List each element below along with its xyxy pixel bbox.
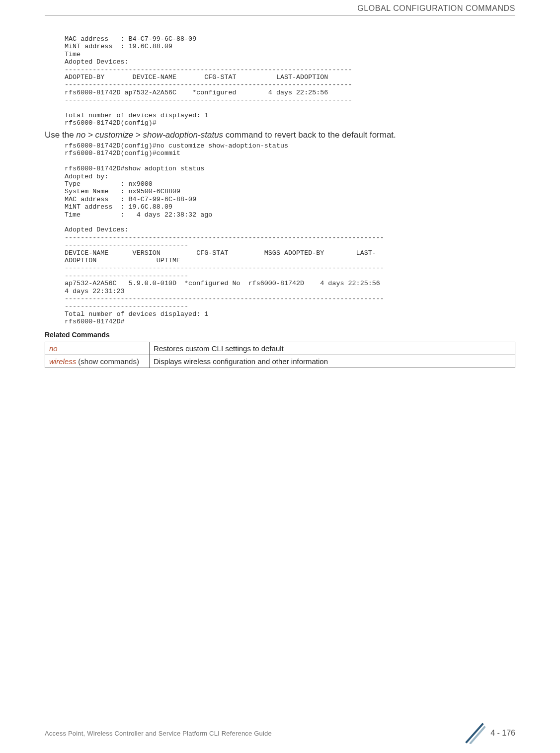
related-key-italic: no bbox=[49, 344, 58, 353]
related-commands-label: Related Commands bbox=[45, 331, 515, 339]
slash-icon bbox=[464, 722, 485, 744]
related-commands-table: no Restores custom CLI settings to defau… bbox=[45, 342, 515, 368]
page-number: 4 - 176 bbox=[490, 729, 515, 738]
narrative-prefix: Use the bbox=[45, 130, 76, 140]
table-row: wireless (show commands) Displays wirele… bbox=[45, 355, 515, 368]
page-header: GLOBAL CONFIGURATION COMMANDS bbox=[45, 0, 515, 15]
table-row: no Restores custom CLI settings to defau… bbox=[45, 342, 515, 355]
related-key: wireless (show commands) bbox=[45, 355, 150, 368]
page: GLOBAL CONFIGURATION COMMANDS MAC addres… bbox=[0, 0, 560, 753]
related-key: no bbox=[45, 342, 150, 355]
terminal-output-2: rfs6000-81742D(config)#no customize show… bbox=[65, 142, 515, 326]
related-desc: Displays wireless configuration and othe… bbox=[150, 355, 515, 368]
page-number-box: 4 - 176 bbox=[464, 722, 515, 744]
footer-text: Access Point, Wireless Controller and Se… bbox=[45, 730, 272, 737]
header-rule bbox=[45, 15, 515, 15]
related-key-italic: wireless bbox=[49, 357, 76, 366]
page-footer: Access Point, Wireless Controller and Se… bbox=[0, 722, 560, 744]
related-key-plain: (show commands) bbox=[76, 357, 139, 366]
narrative-suffix: command to revert back to the default fo… bbox=[223, 130, 396, 140]
related-desc: Restores custom CLI settings to default bbox=[150, 342, 515, 355]
narrative-command: no > customize > show-adoption-status bbox=[76, 130, 223, 140]
footer-inner: Access Point, Wireless Controller and Se… bbox=[45, 722, 515, 744]
terminal-output-1: MAC address : B4-C7-99-6C-88-09 MiNT add… bbox=[65, 35, 515, 127]
narrative-line: Use the no > customize > show-adoption-s… bbox=[45, 130, 515, 140]
